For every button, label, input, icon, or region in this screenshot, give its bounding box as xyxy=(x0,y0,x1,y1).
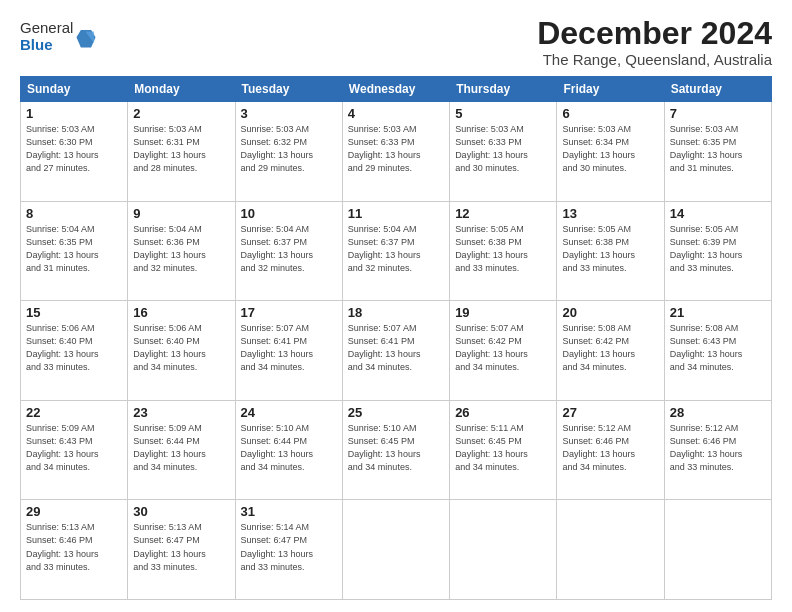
day-number: 26 xyxy=(455,405,551,420)
day-number: 28 xyxy=(670,405,766,420)
header-area: General Blue December 2024 The Range, Qu… xyxy=(20,16,772,68)
col-tuesday: Tuesday xyxy=(235,77,342,102)
calendar-cell: 19Sunrise: 5:07 AM Sunset: 6:42 PM Dayli… xyxy=(450,301,557,401)
week-row-5: 29Sunrise: 5:13 AM Sunset: 6:46 PM Dayli… xyxy=(21,500,772,600)
day-info: Sunrise: 5:09 AM Sunset: 6:43 PM Dayligh… xyxy=(26,422,122,474)
day-info: Sunrise: 5:09 AM Sunset: 6:44 PM Dayligh… xyxy=(133,422,229,474)
day-number: 12 xyxy=(455,206,551,221)
calendar-table: Sunday Monday Tuesday Wednesday Thursday… xyxy=(20,76,772,600)
calendar-cell: 7Sunrise: 5:03 AM Sunset: 6:35 PM Daylig… xyxy=(664,102,771,202)
day-number: 5 xyxy=(455,106,551,121)
logo-blue: Blue xyxy=(20,37,73,54)
subtitle: The Range, Queensland, Australia xyxy=(537,51,772,68)
page: General Blue December 2024 The Range, Qu… xyxy=(0,0,792,612)
calendar-cell xyxy=(450,500,557,600)
day-number: 31 xyxy=(241,504,337,519)
calendar-cell: 27Sunrise: 5:12 AM Sunset: 6:46 PM Dayli… xyxy=(557,400,664,500)
calendar-cell: 3Sunrise: 5:03 AM Sunset: 6:32 PM Daylig… xyxy=(235,102,342,202)
calendar-cell: 22Sunrise: 5:09 AM Sunset: 6:43 PM Dayli… xyxy=(21,400,128,500)
calendar-cell: 18Sunrise: 5:07 AM Sunset: 6:41 PM Dayli… xyxy=(342,301,449,401)
day-info: Sunrise: 5:10 AM Sunset: 6:45 PM Dayligh… xyxy=(348,422,444,474)
calendar-cell: 2Sunrise: 5:03 AM Sunset: 6:31 PM Daylig… xyxy=(128,102,235,202)
day-number: 8 xyxy=(26,206,122,221)
calendar-cell: 26Sunrise: 5:11 AM Sunset: 6:45 PM Dayli… xyxy=(450,400,557,500)
calendar-cell: 12Sunrise: 5:05 AM Sunset: 6:38 PM Dayli… xyxy=(450,201,557,301)
calendar-cell: 24Sunrise: 5:10 AM Sunset: 6:44 PM Dayli… xyxy=(235,400,342,500)
day-info: Sunrise: 5:04 AM Sunset: 6:36 PM Dayligh… xyxy=(133,223,229,275)
day-info: Sunrise: 5:03 AM Sunset: 6:33 PM Dayligh… xyxy=(455,123,551,175)
day-info: Sunrise: 5:06 AM Sunset: 6:40 PM Dayligh… xyxy=(133,322,229,374)
logo-general: General xyxy=(20,20,73,37)
col-monday: Monday xyxy=(128,77,235,102)
day-info: Sunrise: 5:04 AM Sunset: 6:37 PM Dayligh… xyxy=(348,223,444,275)
calendar-cell: 16Sunrise: 5:06 AM Sunset: 6:40 PM Dayli… xyxy=(128,301,235,401)
day-info: Sunrise: 5:10 AM Sunset: 6:44 PM Dayligh… xyxy=(241,422,337,474)
logo: General Blue xyxy=(20,20,97,53)
day-number: 17 xyxy=(241,305,337,320)
day-info: Sunrise: 5:08 AM Sunset: 6:42 PM Dayligh… xyxy=(562,322,658,374)
week-row-1: 1Sunrise: 5:03 AM Sunset: 6:30 PM Daylig… xyxy=(21,102,772,202)
day-info: Sunrise: 5:05 AM Sunset: 6:38 PM Dayligh… xyxy=(562,223,658,275)
day-info: Sunrise: 5:13 AM Sunset: 6:47 PM Dayligh… xyxy=(133,521,229,573)
day-info: Sunrise: 5:14 AM Sunset: 6:47 PM Dayligh… xyxy=(241,521,337,573)
day-info: Sunrise: 5:07 AM Sunset: 6:41 PM Dayligh… xyxy=(348,322,444,374)
calendar-cell: 14Sunrise: 5:05 AM Sunset: 6:39 PM Dayli… xyxy=(664,201,771,301)
day-number: 9 xyxy=(133,206,229,221)
calendar-cell: 9Sunrise: 5:04 AM Sunset: 6:36 PM Daylig… xyxy=(128,201,235,301)
day-number: 18 xyxy=(348,305,444,320)
day-info: Sunrise: 5:05 AM Sunset: 6:38 PM Dayligh… xyxy=(455,223,551,275)
day-info: Sunrise: 5:03 AM Sunset: 6:33 PM Dayligh… xyxy=(348,123,444,175)
logo-icon xyxy=(75,27,97,49)
calendar-cell: 23Sunrise: 5:09 AM Sunset: 6:44 PM Dayli… xyxy=(128,400,235,500)
calendar-cell: 29Sunrise: 5:13 AM Sunset: 6:46 PM Dayli… xyxy=(21,500,128,600)
calendar-cell: 6Sunrise: 5:03 AM Sunset: 6:34 PM Daylig… xyxy=(557,102,664,202)
col-sunday: Sunday xyxy=(21,77,128,102)
day-number: 11 xyxy=(348,206,444,221)
day-number: 2 xyxy=(133,106,229,121)
calendar-cell: 15Sunrise: 5:06 AM Sunset: 6:40 PM Dayli… xyxy=(21,301,128,401)
day-info: Sunrise: 5:04 AM Sunset: 6:37 PM Dayligh… xyxy=(241,223,337,275)
calendar-cell xyxy=(557,500,664,600)
col-friday: Friday xyxy=(557,77,664,102)
day-info: Sunrise: 5:07 AM Sunset: 6:41 PM Dayligh… xyxy=(241,322,337,374)
day-info: Sunrise: 5:03 AM Sunset: 6:32 PM Dayligh… xyxy=(241,123,337,175)
logo-text: General Blue xyxy=(20,20,73,53)
day-info: Sunrise: 5:11 AM Sunset: 6:45 PM Dayligh… xyxy=(455,422,551,474)
week-row-3: 15Sunrise: 5:06 AM Sunset: 6:40 PM Dayli… xyxy=(21,301,772,401)
calendar-cell xyxy=(342,500,449,600)
calendar-cell: 13Sunrise: 5:05 AM Sunset: 6:38 PM Dayli… xyxy=(557,201,664,301)
calendar-cell: 30Sunrise: 5:13 AM Sunset: 6:47 PM Dayli… xyxy=(128,500,235,600)
day-number: 27 xyxy=(562,405,658,420)
calendar-cell: 11Sunrise: 5:04 AM Sunset: 6:37 PM Dayli… xyxy=(342,201,449,301)
day-number: 3 xyxy=(241,106,337,121)
day-info: Sunrise: 5:08 AM Sunset: 6:43 PM Dayligh… xyxy=(670,322,766,374)
week-row-4: 22Sunrise: 5:09 AM Sunset: 6:43 PM Dayli… xyxy=(21,400,772,500)
day-info: Sunrise: 5:12 AM Sunset: 6:46 PM Dayligh… xyxy=(562,422,658,474)
calendar-cell: 25Sunrise: 5:10 AM Sunset: 6:45 PM Dayli… xyxy=(342,400,449,500)
day-number: 1 xyxy=(26,106,122,121)
calendar-cell: 31Sunrise: 5:14 AM Sunset: 6:47 PM Dayli… xyxy=(235,500,342,600)
day-number: 14 xyxy=(670,206,766,221)
calendar-cell: 21Sunrise: 5:08 AM Sunset: 6:43 PM Dayli… xyxy=(664,301,771,401)
day-number: 16 xyxy=(133,305,229,320)
col-saturday: Saturday xyxy=(664,77,771,102)
col-thursday: Thursday xyxy=(450,77,557,102)
day-number: 13 xyxy=(562,206,658,221)
day-info: Sunrise: 5:12 AM Sunset: 6:46 PM Dayligh… xyxy=(670,422,766,474)
day-number: 24 xyxy=(241,405,337,420)
week-row-2: 8Sunrise: 5:04 AM Sunset: 6:35 PM Daylig… xyxy=(21,201,772,301)
calendar-cell: 8Sunrise: 5:04 AM Sunset: 6:35 PM Daylig… xyxy=(21,201,128,301)
main-title: December 2024 xyxy=(537,16,772,51)
calendar-cell xyxy=(664,500,771,600)
day-info: Sunrise: 5:04 AM Sunset: 6:35 PM Dayligh… xyxy=(26,223,122,275)
day-number: 30 xyxy=(133,504,229,519)
title-area: December 2024 The Range, Queensland, Aus… xyxy=(537,16,772,68)
day-number: 23 xyxy=(133,405,229,420)
day-info: Sunrise: 5:03 AM Sunset: 6:30 PM Dayligh… xyxy=(26,123,122,175)
day-number: 22 xyxy=(26,405,122,420)
day-info: Sunrise: 5:06 AM Sunset: 6:40 PM Dayligh… xyxy=(26,322,122,374)
calendar-cell: 28Sunrise: 5:12 AM Sunset: 6:46 PM Dayli… xyxy=(664,400,771,500)
day-number: 29 xyxy=(26,504,122,519)
day-number: 25 xyxy=(348,405,444,420)
day-number: 21 xyxy=(670,305,766,320)
